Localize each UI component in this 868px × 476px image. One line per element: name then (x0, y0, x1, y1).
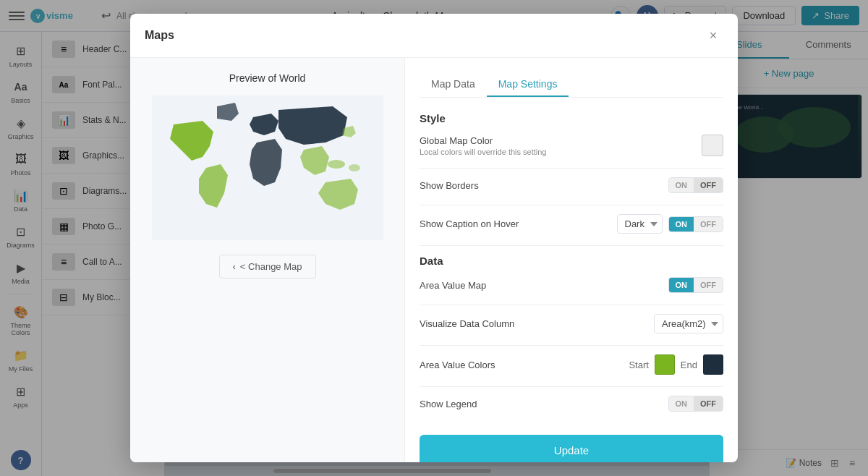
start-label: Start (629, 360, 648, 370)
left-arrow-icon: ‹ (233, 261, 236, 272)
modal-close-button[interactable]: × (703, 25, 723, 46)
show-borders-on-btn[interactable]: ON (669, 178, 694, 192)
svg-point-10 (349, 164, 360, 171)
show-caption-dropdown[interactable]: Dark Light (617, 214, 663, 234)
show-legend-on-btn[interactable]: ON (669, 396, 694, 411)
divider-2 (420, 205, 723, 205)
show-caption-controls: Dark Light ON OFF (617, 214, 724, 234)
divider-3 (420, 245, 723, 246)
end-label: End (681, 360, 697, 370)
data-section-title: Data (420, 255, 723, 267)
global-map-color-label-group: Global Map Color Local colors will overr… (420, 135, 546, 156)
area-value-map-row: Area Value Map ON OFF (420, 277, 723, 293)
area-value-toggle[interactable]: ON OFF (668, 277, 724, 293)
tab-map-data[interactable]: Map Data (420, 72, 487, 97)
show-borders-toggle[interactable]: ON OFF (668, 177, 724, 193)
show-legend-row: Show Legend ON OFF (420, 396, 723, 412)
svg-point-9 (328, 160, 345, 169)
update-button[interactable]: Update (420, 435, 723, 462)
area-colors-pair: Start End (629, 354, 723, 375)
show-legend-label: Show Legend (420, 399, 477, 409)
global-map-color-sublabel: Local colors will override this setting (420, 148, 546, 156)
change-map-button[interactable]: ‹ < Change Map (219, 255, 316, 279)
map-preview-pane: Preview of World (130, 58, 405, 462)
settings-pane: Map Data Map Settings Style Global Map C… (405, 58, 738, 462)
divider-1 (420, 168, 723, 169)
settings-tabs: Map Data Map Settings (420, 72, 723, 98)
area-colors-label: Area Value Colors (420, 360, 495, 370)
visualize-label: Visualize Data Column (420, 318, 514, 329)
area-value-off-btn[interactable]: OFF (694, 278, 723, 292)
show-caption-row: Show Caption on Hover Dark Light ON OFF (420, 214, 723, 234)
area-value-map-label: Area Value Map (420, 280, 486, 291)
preview-label: Preview of World (229, 72, 306, 84)
visualize-dropdown[interactable]: Area(km2) Population (654, 314, 723, 333)
divider-4 (420, 305, 723, 305)
show-borders-row: Show Borders ON OFF (420, 177, 723, 193)
divider-6 (420, 386, 723, 387)
show-borders-off-btn[interactable]: OFF (694, 178, 723, 192)
global-map-color-swatch[interactable] (702, 135, 723, 156)
preview-map-name: World (279, 72, 305, 84)
show-caption-off-btn[interactable]: OFF (694, 217, 723, 231)
maps-modal: Maps × Preview of World (130, 14, 738, 462)
modal-title: Maps (145, 29, 174, 42)
global-map-color-label: Global Map Color (420, 135, 546, 146)
modal-overlay: Maps × Preview of World (0, 0, 868, 476)
end-color-swatch[interactable] (703, 354, 723, 375)
modal-header: Maps × (130, 14, 738, 58)
show-legend-off-btn[interactable]: OFF (694, 396, 723, 411)
area-value-on-btn[interactable]: ON (669, 278, 694, 292)
divider-5 (420, 345, 723, 346)
style-section-title: Style (420, 112, 723, 124)
tab-map-settings[interactable]: Map Settings (487, 72, 569, 97)
modal-body: Preview of World (130, 58, 738, 462)
start-color-swatch[interactable] (655, 354, 675, 375)
show-legend-toggle[interactable]: ON OFF (668, 396, 724, 412)
visualize-row: Visualize Data Column Area(km2) Populati… (420, 314, 723, 333)
show-caption-label: Show Caption on Hover (420, 218, 519, 229)
show-borders-label: Show Borders (420, 180, 479, 191)
show-caption-on-btn[interactable]: ON (669, 217, 694, 231)
show-caption-toggle[interactable]: ON OFF (668, 216, 724, 232)
global-map-color-row: Global Map Color Local colors will overr… (420, 135, 723, 156)
area-colors-row: Area Value Colors Start End (420, 354, 723, 375)
world-map-svg (152, 95, 383, 240)
